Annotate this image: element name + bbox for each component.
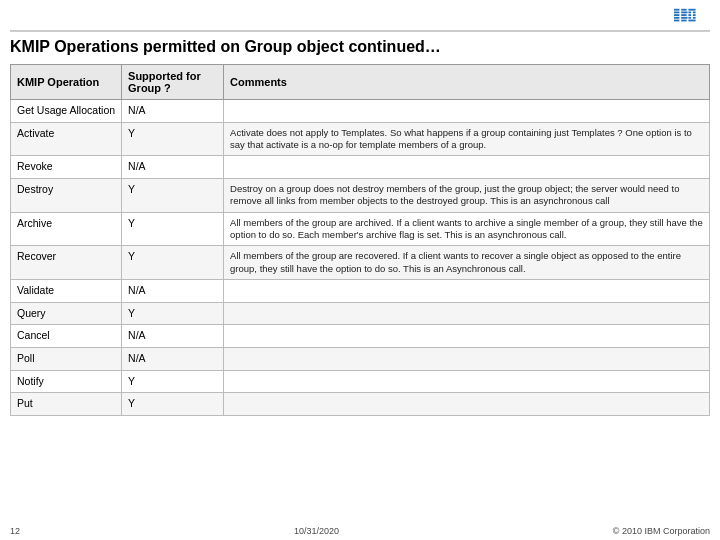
operation-cell: Validate bbox=[11, 280, 122, 303]
svg-rect-8 bbox=[681, 17, 687, 19]
table-row: PutY bbox=[11, 393, 710, 416]
operation-cell: Destroy bbox=[11, 178, 122, 212]
svg-rect-14 bbox=[693, 14, 696, 16]
table-row: RecoverYAll members of the group are rec… bbox=[11, 246, 710, 280]
col-header-comments: Comments bbox=[224, 65, 710, 100]
header-bar bbox=[10, 8, 710, 32]
operation-cell: Poll bbox=[11, 347, 122, 370]
operation-cell: Query bbox=[11, 302, 122, 325]
supported-cell: N/A bbox=[122, 347, 224, 370]
svg-rect-5 bbox=[681, 9, 686, 11]
supported-cell: Y bbox=[122, 302, 224, 325]
comments-cell bbox=[224, 280, 710, 303]
svg-rect-11 bbox=[688, 12, 691, 14]
svg-rect-4 bbox=[674, 20, 679, 22]
footer-date: 10/31/2020 bbox=[294, 526, 339, 536]
table-row: ValidateN/A bbox=[11, 280, 710, 303]
svg-rect-17 bbox=[688, 20, 695, 22]
comments-cell bbox=[224, 100, 710, 123]
table-row: ArchiveYAll members of the group are arc… bbox=[11, 212, 710, 246]
supported-cell: N/A bbox=[122, 280, 224, 303]
comments-cell bbox=[224, 325, 710, 348]
operation-cell: Cancel bbox=[11, 325, 122, 348]
comments-cell bbox=[224, 347, 710, 370]
supported-cell: Y bbox=[122, 246, 224, 280]
col-header-operation: KMIP Operation bbox=[11, 65, 122, 100]
comments-cell: All members of the group are recovered. … bbox=[224, 246, 710, 280]
supported-cell: Y bbox=[122, 393, 224, 416]
supported-cell: N/A bbox=[122, 100, 224, 123]
supported-cell: Y bbox=[122, 212, 224, 246]
comments-cell: All members of the group are archived. I… bbox=[224, 212, 710, 246]
operation-cell: Activate bbox=[11, 122, 122, 156]
comments-cell: Activate does not apply to Templates. So… bbox=[224, 122, 710, 156]
operation-cell: Revoke bbox=[11, 156, 122, 179]
table-row: NotifyY bbox=[11, 370, 710, 393]
svg-rect-2 bbox=[674, 14, 679, 16]
operation-cell: Put bbox=[11, 393, 122, 416]
operation-cell: Get Usage Allocation bbox=[11, 100, 122, 123]
table-row: DestroyYDestroy on a group does not dest… bbox=[11, 178, 710, 212]
comments-cell bbox=[224, 370, 710, 393]
supported-cell: N/A bbox=[122, 325, 224, 348]
page-wrapper: KMIP Operations permitted on Group objec… bbox=[0, 0, 720, 540]
table-row: CancelN/A bbox=[11, 325, 710, 348]
comments-cell bbox=[224, 156, 710, 179]
svg-rect-7 bbox=[681, 14, 686, 16]
supported-cell: Y bbox=[122, 178, 224, 212]
svg-rect-1 bbox=[674, 12, 679, 14]
svg-rect-13 bbox=[688, 14, 691, 16]
supported-cell: Y bbox=[122, 122, 224, 156]
comments-cell: Destroy on a group does not destroy memb… bbox=[224, 178, 710, 212]
svg-rect-9 bbox=[681, 20, 686, 22]
svg-rect-15 bbox=[688, 17, 691, 19]
operation-cell: Recover bbox=[11, 246, 122, 280]
comments-cell bbox=[224, 393, 710, 416]
svg-rect-3 bbox=[674, 17, 679, 19]
table-row: ActivateYActivate does not apply to Temp… bbox=[11, 122, 710, 156]
svg-rect-16 bbox=[693, 17, 696, 19]
copyright: © 2010 IBM Corporation bbox=[613, 526, 710, 536]
operation-cell: Archive bbox=[11, 212, 122, 246]
comments-cell bbox=[224, 302, 710, 325]
svg-rect-6 bbox=[681, 12, 687, 14]
table-row: QueryY bbox=[11, 302, 710, 325]
table-container: KMIP Operation Supported for Group ? Com… bbox=[10, 64, 710, 523]
supported-cell: Y bbox=[122, 370, 224, 393]
table-row: PollN/A bbox=[11, 347, 710, 370]
col-header-supported: Supported for Group ? bbox=[122, 65, 224, 100]
page-number: 12 bbox=[10, 526, 20, 536]
svg-rect-0 bbox=[674, 9, 679, 11]
table-header-row: KMIP Operation Supported for Group ? Com… bbox=[11, 65, 710, 100]
svg-rect-10 bbox=[688, 9, 695, 11]
table-row: RevokeN/A bbox=[11, 156, 710, 179]
page-title: KMIP Operations permitted on Group objec… bbox=[10, 38, 710, 56]
ibm-logo-svg bbox=[674, 8, 710, 24]
operation-cell: Notify bbox=[11, 370, 122, 393]
footer-bar: 12 10/31/2020 © 2010 IBM Corporation bbox=[10, 523, 710, 536]
table-row: Get Usage AllocationN/A bbox=[11, 100, 710, 123]
ibm-logo bbox=[674, 8, 710, 26]
supported-cell: N/A bbox=[122, 156, 224, 179]
operations-table: KMIP Operation Supported for Group ? Com… bbox=[10, 64, 710, 416]
svg-rect-12 bbox=[693, 12, 696, 14]
